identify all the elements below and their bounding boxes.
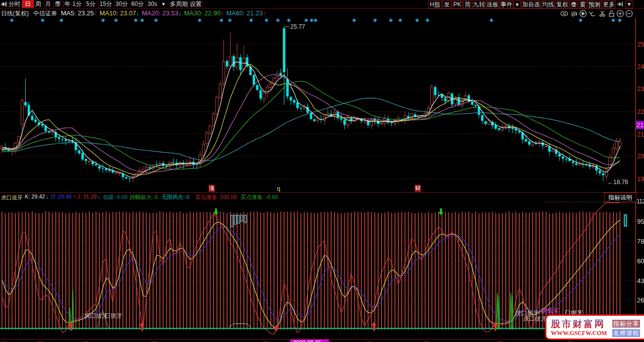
svg-text:虎口拔牙: 虎口拔牙: [523, 315, 547, 322]
svg-text:11: 11: [424, 340, 429, 342]
svg-text:08: 08: [263, 340, 268, 342]
svg-text:25.77: 25.77: [290, 23, 305, 30]
svg-text:06: 06: [83, 340, 89, 342]
svg-text:05: 05: [37, 340, 43, 342]
svg-text:07: 07: [151, 340, 157, 342]
svg-text:2023-08-25: 2023-08-25: [293, 340, 321, 342]
svg-text:04: 04: [1, 340, 7, 342]
svg-text:阴线买: 阴线买: [541, 307, 559, 314]
svg-text:口拔牙: 口拔牙: [105, 312, 122, 319]
svg-text:12: 12: [496, 340, 502, 342]
svg-text:←18.78: ←18.78: [607, 179, 628, 186]
svg-text:01: 01: [567, 340, 573, 342]
svg-text:10: 10: [367, 340, 373, 342]
